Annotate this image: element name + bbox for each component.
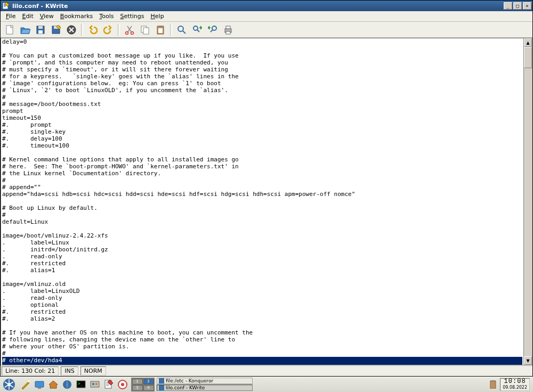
minimize-button[interactable]: _ <box>504 2 512 10</box>
kmenu-button[interactable] <box>1 378 17 391</box>
open-icon[interactable] <box>18 23 32 37</box>
kwrite-window: lilo.conf - KWrite _ □ × File Edit View … <box>0 0 533 377</box>
svg-rect-29 <box>91 381 99 387</box>
toolbar-separator <box>170 24 172 36</box>
system-tray: 10:08 09.08.2022 <box>486 378 532 391</box>
help-icon[interactable] <box>116 378 129 391</box>
status-vim-mode: NORM <box>80 366 106 375</box>
pager-desktop-4[interactable]: 4 <box>143 385 154 391</box>
svg-rect-35 <box>159 378 164 383</box>
svg-rect-14 <box>158 28 163 33</box>
clock-date: 09.08.2022 <box>503 385 527 390</box>
window-title: lilo.conf - KWrite <box>12 3 503 10</box>
menu-view[interactable]: View <box>37 12 57 21</box>
svg-point-22 <box>7 383 11 386</box>
cut-icon[interactable] <box>123 23 136 37</box>
svg-point-8 <box>126 31 128 34</box>
pager-desktop-2[interactable]: 2 <box>143 379 154 385</box>
wizard-icon[interactable] <box>19 378 32 391</box>
kicker-panel: >_ 1234 file:/etc - Konquerorlilo.conf -… <box>0 377 533 392</box>
kwrite-icon <box>2 2 10 10</box>
svg-rect-37 <box>490 381 496 388</box>
task-list: file:/etc - Konquerorlilo.conf - KWrite <box>156 377 485 392</box>
print-icon[interactable] <box>221 23 235 37</box>
menu-help[interactable]: Help <box>148 12 167 21</box>
svg-rect-4 <box>38 30 43 34</box>
findprev-icon[interactable] <box>206 23 220 37</box>
editor-area: delay=0 # You can put a customized boot … <box>1 38 532 365</box>
menubar: File Edit View Bookmarks Tools Settings … <box>1 11 532 22</box>
scroll-up-icon[interactable]: ▲ <box>524 38 532 47</box>
task-button[interactable]: file:/etc - Konqueror <box>157 378 253 384</box>
pager-desktop-1[interactable]: 1 <box>132 379 143 385</box>
maximize-button[interactable]: □ <box>513 2 522 10</box>
folder-icon <box>159 378 164 383</box>
toolbar-separator <box>118 24 120 36</box>
new-icon[interactable] <box>3 23 17 37</box>
svg-rect-38 <box>491 380 495 382</box>
svg-rect-3 <box>38 26 43 29</box>
svg-point-34 <box>121 383 124 386</box>
task-label: file:/etc - Konqueror <box>166 378 213 383</box>
menu-file[interactable]: File <box>3 12 19 21</box>
menu-edit[interactable]: Edit <box>19 12 36 21</box>
status-position: Line: 130 Col: 21 <box>2 366 59 375</box>
svg-point-31 <box>95 383 98 385</box>
klipper-icon[interactable] <box>488 380 498 389</box>
svg-point-17 <box>212 26 216 30</box>
svg-point-9 <box>131 31 134 34</box>
desktop-icon[interactable] <box>33 378 46 391</box>
svg-point-15 <box>178 26 183 31</box>
save-icon[interactable] <box>34 23 47 37</box>
svg-point-23 <box>28 380 30 382</box>
quick-launch: >_ <box>18 378 130 391</box>
scroll-thumb[interactable] <box>524 47 532 68</box>
redo-icon[interactable] <box>101 23 115 37</box>
undo-icon[interactable] <box>86 23 100 37</box>
copy-icon[interactable] <box>138 23 152 37</box>
svg-point-30 <box>92 383 94 385</box>
titlebar[interactable]: lilo.conf - KWrite _ □ × <box>1 1 532 11</box>
menu-settings[interactable]: Settings <box>117 12 147 21</box>
svg-text:>_: >_ <box>78 381 83 386</box>
clock-time: 10:08 <box>503 379 527 385</box>
kwrite-icon <box>159 385 164 390</box>
svg-rect-19 <box>226 26 230 29</box>
svg-rect-24 <box>35 381 44 387</box>
toolbar <box>1 22 532 38</box>
kate-icon[interactable] <box>102 378 115 391</box>
close-button[interactable]: × <box>523 2 531 10</box>
home-icon[interactable] <box>47 378 60 391</box>
task-label: lilo.conf - KWrite <box>166 385 205 390</box>
clock[interactable]: 10:08 09.08.2022 <box>500 378 530 391</box>
text-editor[interactable]: delay=0 # You can put a customized boot … <box>1 38 523 365</box>
desktop-pager[interactable]: 1234 <box>131 378 155 391</box>
svg-rect-13 <box>159 26 162 27</box>
svg-point-16 <box>193 26 198 30</box>
svg-rect-36 <box>159 385 164 390</box>
scroll-down-icon[interactable]: ▼ <box>524 356 532 365</box>
svg-rect-25 <box>38 387 41 389</box>
task-button[interactable]: lilo.conf - KWrite <box>157 385 253 391</box>
window-controls: _ □ × <box>503 2 531 10</box>
konqueror-icon[interactable] <box>61 378 74 391</box>
close-icon[interactable] <box>64 23 78 37</box>
toolbar-separator <box>81 24 83 36</box>
kcontrol-icon[interactable] <box>88 378 101 391</box>
menu-bookmarks[interactable]: Bookmarks <box>57 12 96 21</box>
vertical-scrollbar[interactable]: ▲ ▼ <box>523 38 532 365</box>
status-insert-mode: INS <box>61 366 78 375</box>
terminal-icon[interactable]: >_ <box>75 378 87 391</box>
svg-rect-20 <box>226 31 230 34</box>
menu-tools[interactable]: Tools <box>96 12 117 21</box>
svg-rect-11 <box>143 28 149 34</box>
pager-desktop-3[interactable]: 3 <box>132 385 143 391</box>
statusbar: Line: 130 Col: 21 INS NORM <box>1 365 532 376</box>
paste-icon[interactable] <box>154 23 167 37</box>
find-icon[interactable] <box>175 23 189 37</box>
saveas-icon[interactable] <box>49 23 63 37</box>
findnext-icon[interactable] <box>190 23 204 37</box>
